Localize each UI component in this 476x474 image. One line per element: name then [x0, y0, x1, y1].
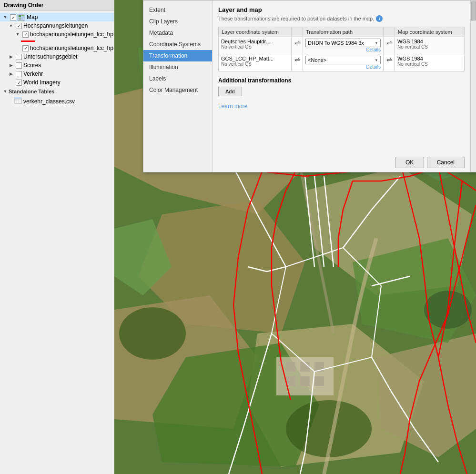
- cancel-button[interactable]: Cancel: [427, 157, 465, 168]
- tree-item-hochspannung[interactable]: ▼ Hochspannungsleitungen: [0, 21, 114, 30]
- nav-item-color-management[interactable]: Color Management: [143, 84, 212, 96]
- nav-item-transformation[interactable]: Transformation: [143, 50, 212, 61]
- tree-item-lcc-hp1-label: hochspannungsleitungen_lcc_hp: [30, 31, 113, 38]
- info-icon[interactable]: i: [376, 15, 383, 22]
- checkbox-world-imagery[interactable]: [16, 80, 22, 86]
- expand-icon-scores[interactable]: ▶: [8, 62, 14, 69]
- svg-line-48: [415, 429, 438, 462]
- dialog-content: Layer and map These transformations are …: [213, 0, 470, 172]
- nav-item-metadata[interactable]: Metadata: [143, 27, 212, 39]
- checkbox-untersuchungsgebiet[interactable]: [16, 54, 22, 60]
- svg-marker-21: [353, 238, 476, 343]
- transform-row-1: Deutsches Hauptdr.... No vertical CS ⇌ D…: [219, 37, 465, 54]
- svg-rect-5: [15, 97, 21, 99]
- expand-icon-lcc-hp1[interactable]: ▼: [14, 31, 21, 38]
- checkbox-lcc-hp1[interactable]: [22, 31, 29, 38]
- tree-item-scores[interactable]: ▶ Scores: [0, 61, 114, 70]
- csv-icon: [14, 97, 22, 105]
- checkbox-scores[interactable]: [16, 62, 22, 69]
- checkbox-lcc-hp2[interactable]: [22, 45, 29, 51]
- tree-item-verkehr-classes-label: verkehr_classes.csv: [23, 98, 75, 105]
- col-header-arrow2: [384, 27, 395, 37]
- tree-item-world-imagery[interactable]: World Imagery: [0, 78, 114, 87]
- row1-arrow: ⇌: [292, 37, 303, 54]
- expand-icon-map[interactable]: ▼: [2, 14, 9, 20]
- tree-item-untersuchungsgebiet-label: Untersuchungsgebiet: [23, 53, 77, 60]
- svg-marker-37: [272, 248, 381, 372]
- tree-item-lcc-hp2-label: hochspannungsleitungen_lcc_hp: [30, 45, 113, 51]
- nav-item-clip-layers[interactable]: Clip Layers: [143, 16, 212, 27]
- tree-item-hochspannung-label: Hochspannungsleitungen: [23, 22, 88, 29]
- nav-item-illumination[interactable]: Illumination: [143, 61, 212, 73]
- expand-icon-standalone[interactable]: ▼: [2, 88, 9, 95]
- tree-item-scores-label: Scores: [23, 62, 41, 69]
- svg-rect-30: [276, 357, 334, 395]
- expand-icon-verkehr[interactable]: ▶: [8, 71, 14, 77]
- svg-marker-17: [248, 324, 424, 467]
- expand-icon-hochspannung[interactable]: ▼: [8, 22, 14, 29]
- dialog-buttons: OK Cancel: [395, 157, 465, 168]
- row2-layer-cs: GCS_LCC_HP_Matt... No vertical CS: [219, 54, 292, 71]
- additional-transformations-section: Additional transformations Add: [218, 77, 465, 96]
- dropdown-arrow-1: ▼: [375, 41, 378, 45]
- row1-transform-select[interactable]: DHDN To WGS 1984 3x ▼: [305, 39, 381, 47]
- svg-line-49: [257, 333, 272, 381]
- map-icon: [18, 14, 25, 20]
- nav-item-coordinate-systems[interactable]: Coordinate Systems: [143, 39, 212, 50]
- row2-arrow2: ⇌: [384, 54, 395, 71]
- checkbox-verkehr[interactable]: [16, 71, 22, 77]
- row2-details-link[interactable]: Details: [305, 64, 381, 70]
- svg-line-57: [372, 281, 391, 286]
- dialog-section-title: Layer and map: [218, 6, 465, 13]
- col-header-transform-path: Transformation path: [303, 27, 384, 37]
- tree-item-lcc-hp1[interactable]: ▼ hochspannungsleitungen_lcc_hp: [0, 30, 114, 39]
- svg-line-58: [391, 276, 410, 281]
- tree-item-untersuchungsgebiet[interactable]: ▶ Untersuchungsgebiet: [0, 52, 114, 61]
- standalone-tables-header[interactable]: ▼ Standalone Tables: [0, 87, 114, 96]
- svg-rect-3: [19, 18, 21, 20]
- checkbox-hochspannung[interactable]: [16, 23, 22, 29]
- learn-more-link[interactable]: Learn more: [218, 103, 465, 110]
- red-line-icon: [21, 40, 35, 42]
- add-transformation-button[interactable]: Add: [218, 87, 242, 96]
- row1-transform: DHDN To WGS 1984 3x ▼ Details: [303, 37, 384, 54]
- expand-icon-untersuchungsgebiet[interactable]: ▶: [8, 53, 14, 60]
- dialog-scrollbar[interactable]: [470, 0, 476, 172]
- nav-item-extent[interactable]: Extent: [143, 4, 212, 16]
- tree-item-lcc-hp2[interactable]: hochspannungsleitungen_lcc_hp: [0, 44, 114, 52]
- svg-line-38: [305, 176, 314, 267]
- map-area: Extent Clip Layers Metadata Coordinate S…: [114, 0, 476, 474]
- svg-marker-22: [152, 343, 319, 467]
- row2-transform-select[interactable]: <None> ▼: [305, 56, 381, 64]
- tree-item-verkehr[interactable]: ▶ Verkehr: [0, 70, 114, 78]
- col-header-map-cs: Map coordinate system: [395, 27, 465, 37]
- row2-map-cs: WGS 1984 No vertical CS: [395, 54, 465, 71]
- additional-title: Additional transformations: [218, 77, 465, 84]
- svg-rect-33: [314, 362, 324, 372]
- drawing-order-panel: Drawing Order ▼ Map ▼ Hochspannungsleitu…: [0, 0, 114, 474]
- checkbox-map[interactable]: [10, 14, 16, 20]
- svg-marker-24: [114, 219, 172, 295]
- svg-line-54: [300, 453, 305, 474]
- svg-point-27: [119, 307, 186, 360]
- svg-line-55: [267, 267, 286, 272]
- tree-item-map[interactable]: ▼ Map: [0, 13, 114, 21]
- svg-rect-2: [21, 15, 24, 16]
- nav-item-labels[interactable]: Labels: [143, 73, 212, 84]
- svg-line-40: [324, 176, 334, 267]
- svg-line-51: [229, 429, 243, 474]
- svg-rect-35: [300, 376, 310, 386]
- standalone-tables-label: Standalone Tables: [9, 89, 54, 94]
- svg-point-29: [286, 400, 372, 457]
- svg-marker-14: [138, 200, 305, 333]
- svg-line-53: [305, 414, 310, 453]
- tree-item-verkehr-classes[interactable]: verkehr_classes.csv: [0, 96, 114, 106]
- scrollbar-thumb[interactable]: [471, 1, 476, 20]
- ok-button[interactable]: OK: [395, 157, 424, 168]
- svg-rect-31: [286, 362, 295, 372]
- svg-line-45: [372, 176, 400, 210]
- dropdown-arrow-2: ▼: [375, 58, 378, 62]
- svg-line-52: [310, 372, 314, 414]
- dialog-subtitle: These transformations are required to po…: [218, 15, 465, 22]
- row1-details-link[interactable]: Details: [305, 47, 381, 52]
